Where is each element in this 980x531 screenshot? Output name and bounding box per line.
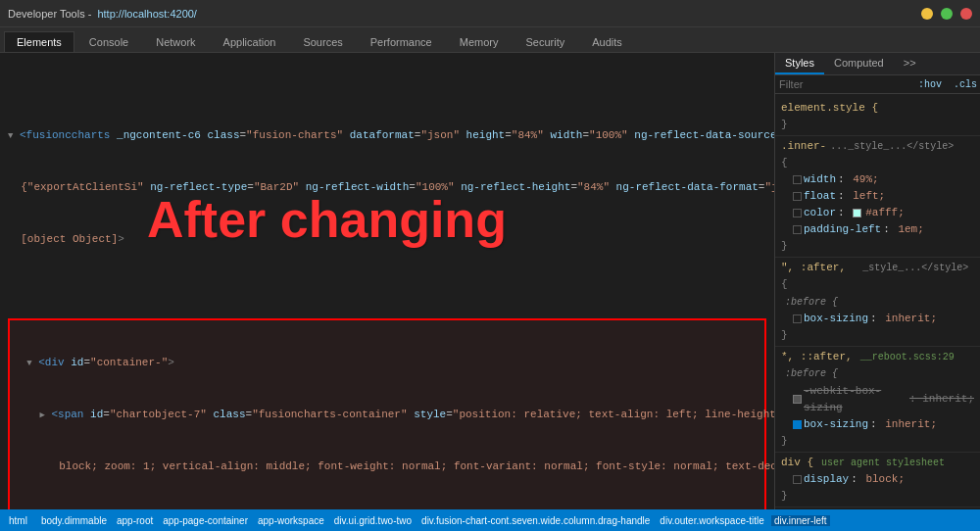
prop-checkbox[interactable]	[793, 475, 802, 484]
prop-checkbox[interactable]	[793, 420, 802, 429]
style-rule-reboot: *, ::after,__reboot.scss:29 :before { -w…	[775, 347, 980, 453]
main-area: <fusionccharts _ngcontent-c6 class="fusi…	[0, 53, 980, 509]
dom-panel[interactable]: <fusionccharts _ngcontent-c6 class="fusi…	[0, 53, 774, 509]
rule-selector: element.style {	[781, 100, 974, 117]
tab-performance[interactable]: Performance	[358, 31, 445, 52]
css-property-box-sizing: box-sizing: inherit;	[781, 311, 974, 327]
styles-filter-bar: :hov .cls +	[775, 75, 980, 94]
dom-line[interactable]: <fusionccharts _ngcontent-c6 class="fusi…	[4, 127, 770, 145]
rule-pseudo: :before {	[781, 365, 974, 383]
status-html[interactable]: html	[6, 515, 30, 526]
status-ui-grid[interactable]: div.ui.grid.two-two	[331, 515, 415, 526]
css-property-padding-left: padding-left: 1em;	[781, 221, 974, 238]
rule-selector: ", :after, _style_...</style>	[781, 260, 974, 276]
rule-selector: *, ::after,__reboot.scss:29	[781, 349, 974, 365]
styles-filter-input[interactable]	[779, 78, 914, 90]
css-property-color: color: #afff;	[781, 205, 974, 221]
rule-pseudo: :before {	[781, 294, 974, 312]
status-app-root[interactable]: app-root	[114, 515, 156, 526]
styles-filter-extras[interactable]: :hov .cls +	[918, 79, 980, 90]
expand-icon[interactable]	[8, 129, 13, 141]
tab-application[interactable]: Application	[211, 31, 289, 52]
dom-content: <fusionccharts _ngcontent-c6 class="fusi…	[0, 57, 774, 509]
window-controls	[921, 8, 972, 20]
status-app-workspace[interactable]: app-workspace	[255, 515, 327, 526]
rule-selector: .inner-..._style_...</style>	[781, 138, 974, 155]
tab-console[interactable]: Console	[76, 31, 141, 52]
styles-content[interactable]: element.style { } .inner-..._style_...</…	[775, 94, 980, 509]
close-button[interactable]	[960, 8, 972, 20]
tab-computed[interactable]: Computed	[824, 53, 894, 74]
prop-checkbox[interactable]	[793, 314, 802, 323]
style-rule-after: ", :after, _style_...</style> { :before …	[775, 258, 980, 347]
status-body[interactable]: body.dimmable	[38, 515, 110, 526]
dom-line[interactable]: [object Object]>	[4, 231, 770, 249]
dom-line[interactable]: <div id="container-">	[10, 355, 764, 372]
tab-more[interactable]: >>	[894, 53, 926, 74]
tab-audits[interactable]: Audits	[579, 31, 635, 52]
prop-checkbox[interactable]	[793, 225, 802, 234]
tab-elements[interactable]: Elements	[4, 31, 74, 52]
status-bar: html body.dimmable app-root app-page-con…	[0, 509, 980, 531]
expand-icon[interactable]	[39, 409, 44, 420]
prop-checkbox[interactable]	[793, 192, 802, 201]
minimize-button[interactable]	[921, 8, 933, 20]
top-bar: Developer Tools - http://localhost:4200/	[0, 0, 980, 27]
expand-icon[interactable]	[26, 357, 31, 368]
devtools-title: Developer Tools -	[8, 8, 91, 20]
tab-security[interactable]: Security	[513, 31, 577, 52]
status-page-container[interactable]: app-page-container	[160, 515, 251, 526]
dom-line[interactable]: block; zoom: 1; vertical-align: middle; …	[10, 459, 764, 476]
devtools-url: http://localhost:4200/	[97, 8, 197, 20]
dom-line[interactable]: <span id="chartobject-7" class="fusionch…	[10, 407, 764, 424]
status-inner-left[interactable]: div.inner-left	[771, 515, 830, 526]
style-rule-inner: .inner-..._style_...</style> { width: 49…	[775, 136, 980, 258]
css-property-width: width: 49%;	[781, 171, 974, 188]
color-swatch	[853, 209, 861, 217]
status-fusion-chart-cont[interactable]: div.fusion-chart-cont.seven.wide.column.…	[418, 515, 653, 526]
styles-panel: Styles Computed >> :hov .cls + element.s…	[774, 53, 980, 509]
dom-line[interactable]: {"exportAtClientSi" ng-reflect-type="Bar…	[4, 179, 770, 197]
maximize-button[interactable]	[941, 8, 953, 20]
prop-checkbox[interactable]	[793, 209, 802, 217]
tab-network[interactable]: Network	[143, 31, 208, 52]
css-property-box-sizing-2: box-sizing: inherit;	[781, 416, 974, 433]
style-rule-div: div { user agent stylesheet display: blo…	[775, 453, 980, 507]
css-property-float: float: left;	[781, 188, 974, 205]
highlight-region: <div id="container-"> <span id="chartobj…	[8, 318, 766, 509]
prop-checkbox[interactable]	[793, 395, 802, 404]
tab-sources[interactable]: Sources	[290, 31, 355, 52]
tab-memory[interactable]: Memory	[447, 31, 512, 52]
styles-tabs: Styles Computed >>	[775, 53, 980, 75]
css-property-display: display: block;	[781, 471, 974, 488]
prop-checkbox[interactable]	[793, 175, 802, 184]
rule-selector: div { user agent stylesheet	[781, 455, 974, 471]
style-rule-element: element.style { }	[775, 98, 980, 136]
css-property-webkit-box-sizing: -webkit-box-sizing: inherit;	[781, 383, 974, 416]
tab-styles[interactable]: Styles	[775, 53, 824, 74]
devtools-tabs: Elements Console Network Application Sou…	[0, 27, 980, 53]
status-outer-workspace[interactable]: div.outer.workspace-title	[657, 515, 767, 526]
